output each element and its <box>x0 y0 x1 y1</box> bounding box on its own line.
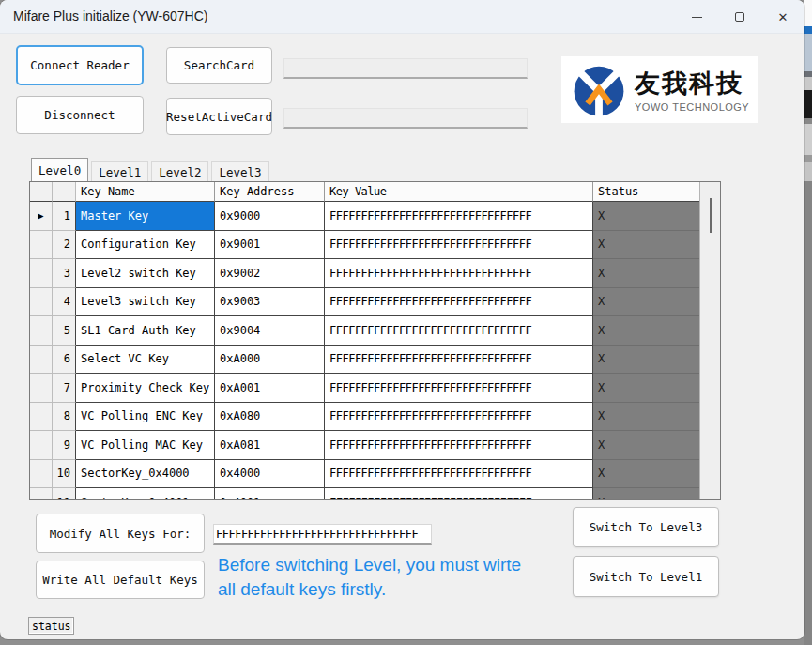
key-name-cell[interactable]: VC Polling ENC Key <box>76 403 215 432</box>
row-number-cell[interactable]: 2 <box>53 231 76 260</box>
key-name-cell[interactable]: VC Polling MAC Key <box>76 431 215 460</box>
tab-level1[interactable]: Level1 <box>91 161 148 181</box>
key-value-cell[interactable]: FFFFFFFFFFFFFFFFFFFFFFFFFFFFFFFF <box>325 202 593 231</box>
vertical-scrollbar[interactable] <box>699 182 720 499</box>
search-result-field[interactable] <box>283 58 528 79</box>
close-button[interactable]: ✕ <box>761 0 804 34</box>
key-address-cell[interactable]: 0x9004 <box>215 316 325 346</box>
table-row[interactable]: ▶1Master Key0x9000FFFFFFFFFFFFFFFFFFFFFF… <box>30 202 699 231</box>
status-cell[interactable]: X <box>593 431 699 460</box>
scrollbar-thumb[interactable] <box>710 198 712 233</box>
status-cell[interactable]: X <box>593 259 699 288</box>
column-header-key-value[interactable]: Key Value <box>325 182 593 202</box>
write-all-default-keys-button[interactable]: Write All Default Keys <box>36 561 205 599</box>
key-value-cell[interactable]: FFFFFFFFFFFFFFFFFFFFFFFFFFFFFFFF <box>325 488 593 500</box>
table-row[interactable]: 2Configuration Key0x9001FFFFFFFFFFFFFFFF… <box>30 231 699 260</box>
column-header-key-address[interactable]: Key Address <box>215 182 325 202</box>
row-selector-cell[interactable] <box>30 346 53 375</box>
row-number-cell[interactable]: 3 <box>53 259 76 288</box>
status-cell[interactable]: X <box>593 202 699 231</box>
key-address-cell[interactable]: 0xA001 <box>215 374 325 403</box>
row-selector-cell[interactable] <box>30 316 53 346</box>
key-name-cell[interactable]: Select VC Key <box>76 346 215 375</box>
key-value-input[interactable]: FFFFFFFFFFFFFFFFFFFFFFFFFFFFFFFF <box>213 524 432 545</box>
table-row[interactable]: 5SL1 Card Auth Key0x9004FFFFFFFFFFFFFFFF… <box>30 316 699 346</box>
status-cell[interactable]: X <box>593 374 699 403</box>
key-address-cell[interactable]: 0x4000 <box>215 460 325 489</box>
key-name-cell[interactable]: Level3 switch Key <box>76 288 215 317</box>
row-number-cell[interactable]: 4 <box>53 288 76 317</box>
row-number-cell[interactable]: 11 <box>53 488 76 500</box>
row-selector-cell[interactable] <box>30 431 53 460</box>
connect-reader-button[interactable]: Connect Reader <box>16 45 144 85</box>
tab-level3[interactable]: Level3 <box>211 161 268 181</box>
key-name-cell[interactable]: SL1 Card Auth Key <box>76 316 215 346</box>
key-address-cell[interactable]: 0xA000 <box>215 346 325 375</box>
status-cell[interactable]: X <box>593 346 699 375</box>
key-value-cell[interactable]: FFFFFFFFFFFFFFFFFFFFFFFFFFFFFFFF <box>325 431 593 460</box>
row-number-cell[interactable]: 1 <box>53 202 76 231</box>
table-row[interactable]: 4Level3 switch Key0x9003FFFFFFFFFFFFFFFF… <box>30 288 699 317</box>
search-card-button[interactable]: SearchCard <box>166 47 272 84</box>
status-cell[interactable]: X <box>593 460 699 489</box>
minimize-button[interactable] <box>675 0 718 34</box>
key-name-cell[interactable]: Master Key <box>76 202 215 231</box>
row-selector-cell[interactable] <box>30 403 53 432</box>
key-address-cell[interactable]: 0x4001 <box>215 488 325 500</box>
key-address-cell[interactable]: 0xA080 <box>215 403 325 432</box>
key-name-cell[interactable]: SectorKey_0x4000 <box>76 460 215 489</box>
row-selector-cell[interactable] <box>30 259 53 288</box>
titlebar[interactable]: Mifare Plus initialize (YW-607HC) ✕ <box>0 0 804 34</box>
row-selector-cell[interactable] <box>30 488 53 500</box>
table-row[interactable]: 8VC Polling ENC Key0xA080FFFFFFFFFFFFFFF… <box>30 403 699 432</box>
key-value-cell[interactable]: FFFFFFFFFFFFFFFFFFFFFFFFFFFFFFFF <box>325 460 593 489</box>
key-address-cell[interactable]: 0xA081 <box>215 431 325 460</box>
row-selector-cell[interactable] <box>30 288 53 317</box>
table-row[interactable]: 10SectorKey_0x40000x4000FFFFFFFFFFFFFFFF… <box>30 460 699 489</box>
table-row[interactable]: 11SectorKey_0x40010x4001FFFFFFFFFFFFFFFF… <box>30 488 699 500</box>
switch-to-level3-button[interactable]: Switch To Level3 <box>573 507 719 547</box>
row-selector-cell[interactable] <box>30 460 53 489</box>
key-value-cell[interactable]: FFFFFFFFFFFFFFFFFFFFFFFFFFFFFFFF <box>325 403 593 432</box>
key-name-cell[interactable]: Level2 switch Key <box>76 259 215 288</box>
reset-result-field[interactable] <box>283 108 528 129</box>
key-value-cell[interactable]: FFFFFFFFFFFFFFFFFFFFFFFFFFFFFFFF <box>325 316 593 346</box>
row-number-cell[interactable]: 9 <box>53 431 76 460</box>
disconnect-button[interactable]: Disconnect <box>16 96 144 134</box>
column-header-key-name[interactable]: Key Name <box>76 182 215 202</box>
key-value-cell[interactable]: FFFFFFFFFFFFFFFFFFFFFFFFFFFFFFFF <box>325 231 593 260</box>
table-row[interactable]: 3Level2 switch Key0x9002FFFFFFFFFFFFFFFF… <box>30 259 699 288</box>
status-cell[interactable]: X <box>593 231 699 260</box>
key-name-cell[interactable]: Proximity Check Key <box>76 374 215 403</box>
column-header-status[interactable]: Status <box>593 182 699 202</box>
maximize-button[interactable] <box>718 0 761 34</box>
reset-active-card-button[interactable]: ResetActiveCard <box>166 98 272 135</box>
table-row[interactable]: 9VC Polling MAC Key0xA081FFFFFFFFFFFFFFF… <box>30 431 699 460</box>
key-address-cell[interactable]: 0x9002 <box>215 259 325 288</box>
key-address-cell[interactable]: 0x9000 <box>215 202 325 231</box>
tab-level2[interactable]: Level2 <box>151 161 208 181</box>
row-number-cell[interactable]: 8 <box>53 403 76 432</box>
key-value-cell[interactable]: FFFFFFFFFFFFFFFFFFFFFFFFFFFFFFFF <box>325 288 593 317</box>
status-cell[interactable]: X <box>593 288 699 317</box>
row-number-cell[interactable]: 5 <box>53 316 76 346</box>
row-selector-cell[interactable] <box>30 231 53 260</box>
modify-all-keys-button[interactable]: Modify All Keys For: <box>36 514 205 553</box>
row-selector-cell[interactable]: ▶ <box>30 202 53 231</box>
table-row[interactable]: 7Proximity Check Key0xA001FFFFFFFFFFFFFF… <box>30 374 699 403</box>
row-selector-cell[interactable] <box>30 374 53 403</box>
key-name-cell[interactable]: Configuration Key <box>76 231 215 260</box>
key-value-cell[interactable]: FFFFFFFFFFFFFFFFFFFFFFFFFFFFFFFF <box>325 346 593 375</box>
row-number-cell[interactable]: 6 <box>53 346 76 375</box>
tab-level0[interactable]: Level0 <box>31 158 88 181</box>
key-address-cell[interactable]: 0x9001 <box>215 231 325 260</box>
status-cell[interactable]: X <box>593 403 699 432</box>
status-cell[interactable]: X <box>593 488 699 500</box>
row-number-cell[interactable]: 10 <box>53 460 76 489</box>
status-cell[interactable]: X <box>593 316 699 346</box>
table-row[interactable]: 6Select VC Key0xA000FFFFFFFFFFFFFFFFFFFF… <box>30 346 699 375</box>
key-value-cell[interactable]: FFFFFFFFFFFFFFFFFFFFFFFFFFFFFFFF <box>325 259 593 288</box>
key-name-cell[interactable]: SectorKey_0x4001 <box>76 488 215 500</box>
switch-to-level1-button[interactable]: Switch To Level1 <box>573 556 719 597</box>
row-number-cell[interactable]: 7 <box>53 374 76 403</box>
